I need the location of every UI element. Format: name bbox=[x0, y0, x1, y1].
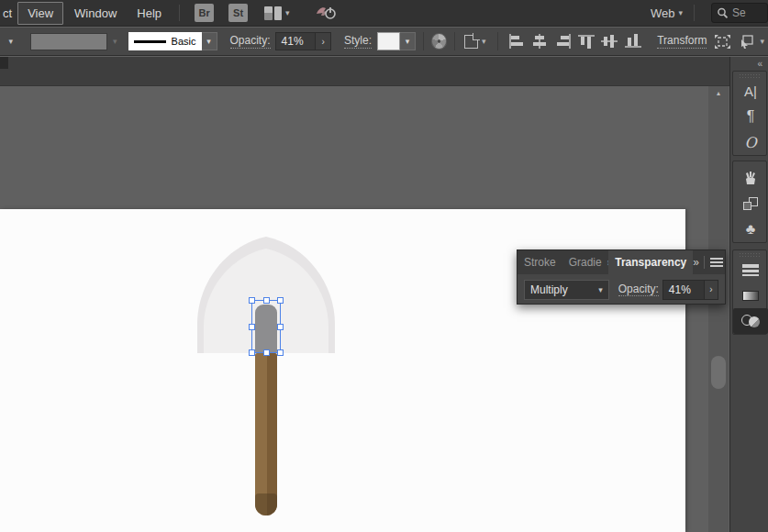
control-bar: ▾ ▾ Basic ▾ Opacity: 41% › Style: ▾ ▾ bbox=[0, 28, 768, 56]
style-label[interactable]: Style: bbox=[344, 34, 372, 49]
stroke-preview-line bbox=[134, 40, 166, 43]
controlbar-divider-3 bbox=[497, 32, 498, 50]
menubar-divider bbox=[179, 5, 180, 21]
shape-options-icon[interactable] bbox=[464, 35, 478, 49]
paragraph-panel-icon[interactable]: ¶ bbox=[733, 104, 768, 129]
align-left-icon[interactable] bbox=[506, 30, 529, 52]
bridge-icon[interactable]: Br bbox=[195, 4, 214, 22]
blend-mode-value: Multiply bbox=[530, 283, 568, 296]
selection-handle-mid-left[interactable] bbox=[249, 324, 255, 330]
panel-collapse-icon[interactable]: » bbox=[693, 256, 698, 269]
vertical-scrollbar[interactable]: ▴ bbox=[708, 86, 729, 532]
align-bottom-icon[interactable] bbox=[621, 30, 644, 52]
document-tab-strip bbox=[0, 57, 729, 86]
selection-handle-top-center[interactable] bbox=[263, 297, 270, 304]
fill-color-swatch[interactable] bbox=[30, 33, 107, 50]
sync-settings-icon[interactable] bbox=[314, 5, 338, 21]
shovel-handle-shape[interactable] bbox=[255, 353, 277, 515]
transparency-panel: Stroke Gradie ↕ Transparency » Multiply … bbox=[517, 249, 726, 305]
panel-tab-strip: Stroke Gradie ↕ Transparency » bbox=[518, 250, 725, 274]
tab-stroke[interactable]: Stroke bbox=[518, 250, 562, 274]
transparency-panel-icon[interactable] bbox=[733, 308, 768, 334]
align-right-icon[interactable] bbox=[551, 30, 574, 52]
menu-item-window[interactable]: Window bbox=[65, 3, 126, 24]
shape-options-chevron-icon[interactable]: ▾ bbox=[482, 37, 486, 46]
menu-item-view[interactable]: View bbox=[17, 2, 63, 25]
recolor-artwork-icon[interactable] bbox=[431, 33, 448, 50]
menubar-divider-2 bbox=[694, 5, 695, 21]
panel-opacity-stepper-icon[interactable]: › bbox=[705, 280, 718, 300]
scrollbar-thumb[interactable] bbox=[711, 356, 726, 389]
selection-handle-top-right[interactable] bbox=[277, 297, 284, 304]
brush-definition-combo[interactable]: Basic ▾ bbox=[128, 32, 217, 50]
panel-dock: « A| ¶ O bbox=[729, 57, 768, 532]
fill-stroke-chevron-icon[interactable]: ▾ bbox=[0, 37, 21, 46]
panel-body: Multiply ▾ Opacity: 41% › bbox=[518, 274, 725, 305]
workspace-switcher-icon[interactable] bbox=[264, 6, 282, 20]
selection-handle-bottom-right[interactable] bbox=[277, 349, 284, 356]
stroke-panel-icon[interactable] bbox=[733, 257, 768, 283]
tab-transparency[interactable]: Transparency bbox=[608, 250, 693, 274]
expand-panels-icon[interactable]: « bbox=[757, 59, 761, 69]
controlbar-divider-2 bbox=[454, 32, 455, 50]
document-tab-corner bbox=[0, 57, 8, 69]
stock-icon[interactable]: St bbox=[228, 4, 248, 22]
brush-definition-value: Basic bbox=[172, 36, 196, 47]
panel-opacity-input[interactable]: 41% bbox=[662, 280, 705, 300]
pathfinder-panel-icon[interactable] bbox=[733, 191, 768, 216]
align-top-icon[interactable] bbox=[574, 30, 597, 52]
panel-menu-icon[interactable] bbox=[710, 256, 723, 269]
opacity-stepper-icon[interactable]: › bbox=[316, 32, 331, 50]
selection-handle-mid-right[interactable] bbox=[277, 324, 284, 330]
align-v-center-icon[interactable] bbox=[598, 30, 621, 52]
opacity-input[interactable]: 41% bbox=[275, 32, 317, 50]
type-panel-group: A| ¶ O bbox=[732, 71, 767, 156]
selection-handle-bottom-center[interactable] bbox=[263, 349, 270, 356]
align-h-center-icon[interactable] bbox=[529, 30, 551, 52]
select-similar-icon[interactable] bbox=[739, 34, 756, 50]
workspace-label-chevron-icon[interactable]: ▾ bbox=[678, 8, 683, 17]
graphic-style-swatch[interactable] bbox=[377, 32, 400, 50]
panel-opacity-label[interactable]: Opacity: bbox=[618, 283, 659, 296]
character-panel-icon[interactable]: A| bbox=[733, 78, 768, 104]
opacity-label[interactable]: Opacity: bbox=[230, 34, 271, 49]
selection-handle-bottom-left[interactable] bbox=[249, 349, 255, 356]
search-icon bbox=[717, 7, 729, 19]
menu-item-truncated[interactable]: ct bbox=[1, 3, 16, 24]
object-panel-group: ♣ bbox=[732, 161, 767, 243]
search-text: Se bbox=[732, 6, 746, 19]
blend-mode-chevron-icon: ▾ bbox=[598, 285, 603, 294]
select-similar-chevron-icon[interactable]: ▾ bbox=[760, 37, 764, 46]
menu-item-help[interactable]: Help bbox=[128, 3, 171, 24]
illustrator-window: ct View Window Help Br St ▾ Web ▾ Se bbox=[0, 0, 768, 532]
isolate-selection-icon[interactable] bbox=[714, 34, 731, 50]
panel-header-divider bbox=[704, 256, 705, 269]
graphic-style-chevron-icon[interactable]: ▾ bbox=[400, 32, 416, 50]
tab-gradient[interactable]: Gradie bbox=[562, 250, 608, 274]
appearance-panel-group bbox=[732, 249, 767, 335]
controlbar-divider bbox=[423, 32, 424, 50]
transform-label[interactable]: Transform bbox=[657, 34, 707, 49]
shovel-handle-cap bbox=[255, 493, 277, 515]
brush-definition-chevron-icon[interactable]: ▾ bbox=[202, 32, 217, 50]
symbols-panel-icon[interactable]: ♣ bbox=[733, 216, 768, 242]
brushes-panel-icon[interactable] bbox=[733, 165, 768, 191]
brush-definition-field[interactable]: Basic bbox=[128, 32, 202, 50]
workspace-label[interactable]: Web bbox=[651, 6, 675, 20]
workspace-chevron-icon[interactable]: ▾ bbox=[285, 8, 290, 17]
search-input[interactable]: Se bbox=[711, 3, 768, 23]
gradient-panel-icon[interactable] bbox=[733, 283, 768, 308]
opentype-panel-icon[interactable]: O bbox=[733, 129, 768, 155]
fill-swatch-chevron-icon[interactable]: ▾ bbox=[113, 37, 117, 46]
selection-handle-top-left[interactable] bbox=[249, 297, 255, 304]
blend-mode-select[interactable]: Multiply ▾ bbox=[524, 280, 609, 300]
scroll-up-icon[interactable]: ▴ bbox=[708, 89, 729, 97]
menu-bar: ct View Window Help Br St ▾ Web ▾ Se bbox=[0, 0, 768, 27]
